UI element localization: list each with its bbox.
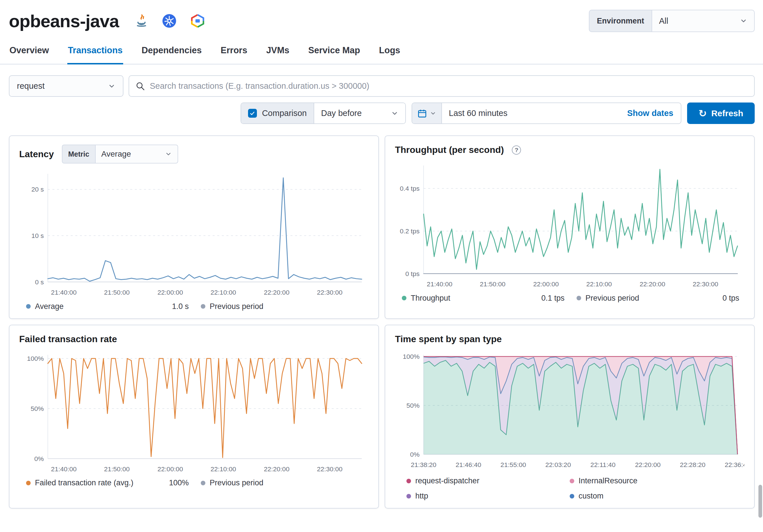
charts-grid: Latency Metric Average 0 s10 s20 s21:40:…: [9, 136, 755, 508]
time-filter-bar: Comparison Day before Last 60 minutes Sh…: [9, 102, 755, 124]
search-input[interactable]: [150, 81, 748, 91]
tab-errors[interactable]: Errors: [220, 39, 248, 64]
failed-rate-title: Failed transaction rate: [19, 334, 117, 345]
java-icon: [134, 14, 149, 28]
svg-text:0.2 tps: 0.2 tps: [400, 227, 420, 235]
tab-transactions[interactable]: Transactions: [67, 39, 123, 64]
legend-label: request-dispatcher: [415, 477, 480, 485]
failed-rate-chart: 0%50%100%21:40:0021:50:0022:00:0022:10:0…: [19, 349, 369, 476]
refresh-button[interactable]: ↻ Refresh: [687, 102, 755, 124]
svg-text:22:00:00: 22:00:00: [158, 465, 183, 473]
legend-dot: [406, 479, 411, 483]
svg-text:22:30:00: 22:30:00: [317, 465, 342, 473]
span-types-panel: Time spent by span type 0%50%100%21:38:2…: [384, 325, 755, 509]
svg-text:50%: 50%: [31, 405, 44, 412]
refresh-label: Refresh: [711, 109, 743, 118]
legend-item-throughput[interactable]: Throughput 0.1 tps: [395, 294, 570, 303]
svg-text:10 s: 10 s: [32, 232, 44, 239]
tab-overview[interactable]: Overview: [9, 39, 50, 64]
legend-value: 100%: [169, 479, 189, 487]
comparison-toggle: Comparison: [241, 103, 314, 123]
svg-text:21:50:00: 21:50:00: [104, 289, 130, 296]
tab-logs[interactable]: Logs: [379, 39, 401, 64]
legend-label: Previous period: [210, 479, 264, 487]
legend-item-average[interactable]: Average 1.0 s: [19, 302, 194, 311]
svg-text:20 s: 20 s: [32, 185, 44, 193]
legend-label: http: [415, 492, 428, 500]
legend-item-request-dispatcher[interactable]: request-dispatcher: [406, 477, 570, 485]
help-icon[interactable]: ?: [512, 146, 521, 155]
legend-item-failed-rate[interactable]: Failed transaction rate (avg.) 100%: [19, 479, 194, 487]
legend-item-internalresource[interactable]: InternalResource: [570, 477, 733, 485]
legend-label: Previous period: [586, 294, 639, 303]
failed-rate-legend: Failed transaction rate (avg.) 100% Prev…: [19, 479, 369, 487]
legend-item-previous-period[interactable]: Previous period 0 tps: [570, 294, 744, 303]
legend-value: 0 tps: [722, 294, 739, 303]
refresh-icon: ↻: [699, 109, 707, 118]
legend-item-custom[interactable]: custom: [570, 492, 733, 500]
svg-text:100%: 100%: [27, 355, 44, 362]
throughput-chart: 0 tps0.2 tps0.4 tps21:40:0021:50:0022:00…: [395, 159, 744, 291]
chevron-down-icon: [391, 110, 398, 117]
legend-label: Previous period: [210, 302, 264, 311]
svg-text:22:00:00: 22:00:00: [158, 289, 183, 296]
latency-legend: Average 1.0 s Previous period: [19, 302, 369, 311]
quick-select-button[interactable]: [412, 103, 442, 123]
svg-text:21:40:00: 21:40:00: [51, 289, 76, 296]
tab-dependencies[interactable]: Dependencies: [141, 39, 202, 64]
filter-bar: request: [9, 75, 755, 97]
legend-dot: [26, 481, 31, 485]
comparison-control: Comparison Day before: [241, 102, 406, 124]
transaction-type-select[interactable]: request: [9, 75, 123, 97]
metric-select[interactable]: Average: [95, 145, 178, 163]
svg-text:100%: 100%: [403, 353, 420, 360]
calendar-icon: [417, 109, 427, 118]
svg-text:21:50:00: 21:50:00: [480, 280, 505, 288]
agent-icons: [134, 13, 205, 28]
svg-text:22:03:20: 22:03:20: [545, 461, 571, 468]
throughput-title: Throughput (per second): [395, 145, 504, 155]
svg-text:22:28:20: 22:28:20: [680, 461, 706, 468]
svg-text:22:30:00: 22:30:00: [693, 280, 718, 288]
tab-service-map[interactable]: Service Map: [308, 39, 361, 64]
legend-item-previous-period[interactable]: Previous period: [194, 302, 369, 311]
svg-text:21:40:00: 21:40:00: [427, 280, 452, 288]
svg-text:22:00:00: 22:00:00: [533, 280, 559, 288]
svg-text:22:20:00: 22:20:00: [640, 280, 665, 288]
service-tabs: Overview Transactions Dependencies Error…: [0, 39, 763, 64]
check-icon: [250, 111, 255, 116]
metric-label: Metric: [62, 145, 95, 163]
svg-text:22:10:00: 22:10:00: [210, 465, 236, 473]
time-range-value[interactable]: Last 60 minutes: [442, 109, 627, 118]
legend-label: Throughput: [411, 294, 450, 303]
legend-item-previous-period[interactable]: Previous period: [194, 479, 369, 487]
throughput-legend: Throughput 0.1 tps Previous period 0 tps: [395, 294, 744, 303]
comparison-value: Day before: [321, 109, 362, 118]
svg-text:22:20:00: 22:20:00: [264, 289, 289, 296]
svg-text:0.4 tps: 0.4 tps: [400, 185, 420, 192]
comparison-checkbox[interactable]: [248, 109, 257, 118]
svg-text:21:50:00: 21:50:00: [104, 465, 130, 473]
svg-text:21:55:00: 21:55:00: [500, 461, 526, 468]
svg-text:22:10:00: 22:10:00: [210, 289, 236, 296]
legend-label: custom: [579, 492, 603, 500]
svg-text:22:11:40: 22:11:40: [590, 461, 615, 468]
svg-text:22:36:40: 22:36:40: [725, 461, 744, 468]
comparison-label: Comparison: [262, 109, 307, 118]
comparison-select[interactable]: Day before: [314, 103, 405, 123]
legend-dot: [406, 494, 411, 498]
svg-text:21:38:20: 21:38:20: [411, 461, 436, 468]
transaction-type-value: request: [17, 81, 45, 91]
show-dates-link[interactable]: Show dates: [627, 109, 681, 118]
latency-title: Latency: [19, 149, 54, 160]
tab-jvms[interactable]: JVMs: [266, 39, 290, 64]
scrollbar-thumb[interactable]: [758, 485, 762, 518]
latency-panel: Latency Metric Average 0 s10 s20 s21:40:…: [9, 136, 379, 319]
chevron-down-icon: [108, 82, 115, 90]
legend-item-http[interactable]: http: [406, 492, 570, 500]
environment-select[interactable]: All: [652, 10, 755, 32]
svg-text:22:10:00: 22:10:00: [586, 280, 612, 288]
chevron-down-icon: [430, 110, 436, 117]
date-picker: Last 60 minutes Show dates: [411, 102, 681, 124]
legend-label: Failed transaction rate (avg.): [35, 479, 134, 487]
